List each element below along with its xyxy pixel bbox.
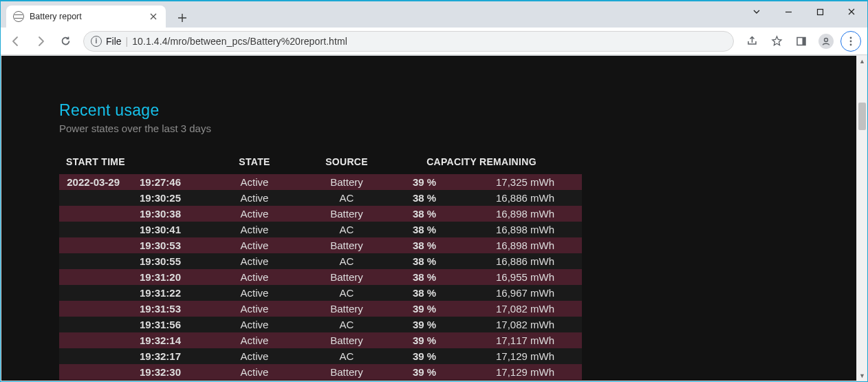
cell-state: Active	[197, 222, 312, 237]
cell-source: Battery	[312, 269, 381, 285]
cell-time: 19:31:53	[124, 301, 197, 317]
table-row: 19:31:22ActiveAC38 %16,967 mWh	[59, 285, 582, 301]
cell-source: Battery	[312, 237, 381, 253]
new-tab-button[interactable]	[173, 8, 192, 28]
cell-source: AC	[312, 222, 381, 237]
cell-mwh: 17,082 mWh	[468, 317, 582, 332]
cell-pct: 38 %	[381, 285, 468, 301]
profile-avatar[interactable]	[815, 30, 837, 52]
reload-button[interactable]	[54, 30, 76, 52]
cell-state: Active	[197, 301, 312, 317]
section-subheading: Power states over the last 3 days	[59, 123, 856, 134]
cell-state: Active	[197, 285, 312, 301]
usage-table: START TIME STATE SOURCE CAPACITY REMAINI…	[59, 152, 582, 380]
cell-mwh: 16,967 mWh	[468, 285, 582, 301]
col-source: SOURCE	[312, 152, 381, 174]
browser-toolbar: i File | 10.1.4.4/mro/between_pcs/Batter…	[1, 28, 867, 55]
globe-icon	[13, 11, 24, 22]
cell-state: Active	[197, 348, 312, 364]
cell-pct: 39 %	[381, 364, 468, 380]
cell-time: 19:31:22	[124, 285, 197, 301]
table-row: 2022-03-2919:27:46ActiveBattery39 %17,32…	[59, 174, 582, 190]
cell-mwh: 16,886 mWh	[468, 190, 582, 206]
cell-pct: 39 %	[381, 317, 468, 332]
col-capacity: CAPACITY REMAINING	[381, 152, 582, 174]
cell-source: AC	[312, 348, 381, 364]
cell-state: Active	[197, 190, 312, 206]
maximize-button[interactable]	[804, 1, 836, 22]
share-icon[interactable]	[741, 30, 763, 52]
cell-time: 19:30:25	[124, 190, 197, 206]
cell-mwh: 16,898 mWh	[468, 222, 582, 237]
cell-state: Active	[197, 237, 312, 253]
cell-date	[59, 206, 124, 222]
cell-date	[59, 364, 124, 380]
cell-pct: 38 %	[381, 269, 468, 285]
cell-pct: 38 %	[381, 206, 468, 222]
cell-source: Battery	[312, 301, 381, 317]
svg-point-6	[850, 43, 852, 45]
url-scheme-label: File	[106, 36, 122, 47]
back-button[interactable]	[5, 30, 27, 52]
cell-pct: 38 %	[381, 253, 468, 269]
col-state: STATE	[197, 152, 312, 174]
site-info-icon[interactable]: i	[91, 36, 102, 47]
vertical-scrollbar[interactable]: ▲ ▼	[856, 56, 867, 381]
cell-source: Battery	[312, 206, 381, 222]
tab-title: Battery report	[30, 12, 142, 21]
table-row: 19:31:20ActiveBattery38 %16,955 mWh	[59, 269, 582, 285]
page-viewport: Recent usage Power states over the last …	[1, 56, 856, 381]
table-row: 19:32:14ActiveBattery39 %17,117 mWh	[59, 332, 582, 348]
cell-date	[59, 269, 124, 285]
cell-source: Battery	[312, 174, 381, 190]
scroll-down-button[interactable]: ▼	[857, 370, 867, 381]
bookmark-star-icon[interactable]	[766, 30, 788, 52]
forward-button[interactable]	[30, 30, 52, 52]
cell-state: Active	[197, 206, 312, 222]
tab-search-button[interactable]	[741, 1, 772, 22]
cell-source: Battery	[312, 364, 381, 380]
col-start-time: START TIME	[59, 152, 197, 174]
svg-point-5	[850, 40, 852, 42]
address-bar[interactable]: i File | 10.1.4.4/mro/between_pcs/Batter…	[83, 31, 734, 52]
table-row: 19:30:53ActiveBattery38 %16,898 mWh	[59, 237, 582, 253]
cell-pct: 39 %	[381, 174, 468, 190]
cell-source: Battery	[312, 332, 381, 348]
scroll-up-button[interactable]: ▲	[857, 56, 867, 66]
toolbar-right	[741, 30, 863, 52]
cell-source: AC	[312, 285, 381, 301]
battery-report-page: Recent usage Power states over the last …	[1, 56, 856, 381]
cell-source: AC	[312, 190, 381, 206]
minimize-button[interactable]	[772, 1, 804, 22]
browser-tab[interactable]: Battery report	[6, 6, 166, 28]
cell-date: 2022-03-29	[59, 174, 124, 190]
cell-pct: 38 %	[381, 222, 468, 237]
cell-date	[59, 237, 124, 253]
cell-date	[59, 253, 124, 269]
cell-time: 19:32:30	[124, 364, 197, 380]
cell-state: Active	[197, 253, 312, 269]
cell-mwh: 17,082 mWh	[468, 301, 582, 317]
chrome-menu-button[interactable]	[840, 30, 862, 52]
cell-time: 19:32:17	[124, 348, 197, 364]
tab-close-button[interactable]	[148, 11, 159, 22]
cell-date	[59, 301, 124, 317]
window-controls	[741, 1, 867, 22]
table-row: 19:30:41ActiveAC38 %16,898 mWh	[59, 222, 582, 237]
table-row: 19:31:53ActiveBattery39 %17,082 mWh	[59, 301, 582, 317]
close-button[interactable]	[836, 1, 867, 22]
cell-pct: 38 %	[381, 237, 468, 253]
cell-time: 19:31:20	[124, 269, 197, 285]
cell-mwh: 17,117 mWh	[468, 332, 582, 348]
svg-point-3	[825, 38, 828, 41]
cell-source: AC	[312, 253, 381, 269]
side-panel-icon[interactable]	[790, 30, 812, 52]
cell-state: Active	[197, 269, 312, 285]
cell-state: Active	[197, 364, 312, 380]
cell-pct: 39 %	[381, 348, 468, 364]
cell-mwh: 17,325 mWh	[468, 174, 582, 190]
cell-mwh: 16,898 mWh	[468, 237, 582, 253]
scroll-thumb[interactable]	[858, 103, 866, 130]
cell-time: 19:30:41	[124, 222, 197, 237]
table-row: 19:30:38ActiveBattery38 %16,898 mWh	[59, 206, 582, 222]
